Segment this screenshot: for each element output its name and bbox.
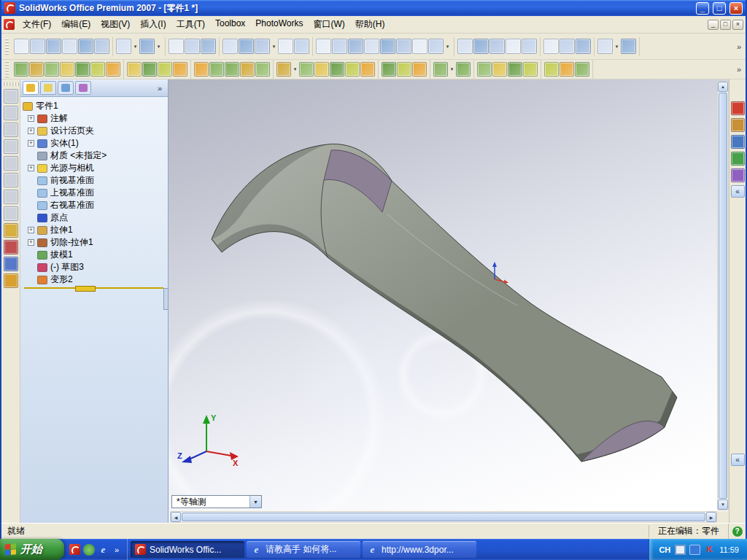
lofted-boss-icon[interactable] <box>173 62 187 77</box>
close-button[interactable]: × <box>729 2 743 15</box>
deform-icon[interactable] <box>492 62 507 77</box>
custom-properties-icon[interactable] <box>731 168 745 182</box>
draft-icon[interactable] <box>345 62 360 77</box>
rotate-view-icon[interactable] <box>380 39 395 54</box>
search-results-icon[interactable] <box>731 152 745 166</box>
featuremanager-tab[interactable] <box>23 81 39 95</box>
measure-icon[interactable] <box>4 273 18 288</box>
menu-7[interactable]: PhotoWorks <box>250 16 308 33</box>
curves-icon[interactable] <box>456 62 471 77</box>
menu-5[interactable]: 工具(T) <box>171 16 210 33</box>
panel-splitter[interactable] <box>163 288 169 310</box>
menu-9[interactable]: 帮助(H) <box>350 16 390 33</box>
linear-pattern-icon[interactable] <box>382 62 396 77</box>
select-tool-icon[interactable] <box>4 89 18 104</box>
taskbar-clock[interactable]: 11:59 <box>719 545 739 554</box>
reference-geometry-icon[interactable] <box>433 62 448 77</box>
select-icon[interactable] <box>169 39 184 54</box>
dome-icon[interactable] <box>360 62 375 77</box>
minimize-button[interactable]: _ <box>696 2 709 15</box>
standard-views-icon[interactable] <box>428 39 444 54</box>
realview-graphics-icon[interactable] <box>576 39 591 54</box>
redo-icon[interactable] <box>139 39 155 54</box>
revolved-boss-icon[interactable] <box>142 62 157 77</box>
tabs-overflow-icon[interactable]: » <box>154 82 166 95</box>
print-icon[interactable] <box>94 39 109 54</box>
lofted-cut-icon[interactable] <box>255 62 270 77</box>
chamfer-icon[interactable] <box>299 62 314 77</box>
tree-item-5[interactable]: 前视基准面 <box>23 174 168 187</box>
design-table-icon[interactable] <box>255 39 270 54</box>
indent-icon[interactable] <box>508 62 522 77</box>
front-view-icon[interactable] <box>4 106 18 120</box>
horizontal-scrollbar[interactable]: ◀ ▶ <box>170 511 717 523</box>
shadows-in-shaded-mode-icon[interactable] <box>543 39 559 54</box>
configurationmanager-tab[interactable] <box>58 81 74 95</box>
scroll-up-icon[interactable]: ▲ <box>718 82 728 92</box>
mirror-feature-icon[interactable] <box>412 62 427 77</box>
shell-icon[interactable] <box>330 62 344 77</box>
hidden-lines-removed-icon[interactable] <box>489 39 505 54</box>
dimxpert-tab[interactable] <box>75 81 91 95</box>
vertical-scrollbar[interactable]: ▲ ▼ <box>717 81 729 510</box>
tree-item-1[interactable]: +设计活页夹 <box>23 125 168 137</box>
child-close-button[interactable]: × <box>732 20 743 30</box>
view-orientation-icon[interactable] <box>597 39 613 54</box>
expand-icon[interactable]: + <box>28 128 34 134</box>
pan-icon[interactable] <box>396 39 411 54</box>
expand-icon[interactable]: + <box>28 227 34 233</box>
graphics-area[interactable]: Y X Z *等轴测 ▼ ▲ ▼ ◀ <box>169 79 729 523</box>
tree-item-8[interactable]: 原点 <box>23 211 168 224</box>
horizontal-scroll-thumb[interactable] <box>182 513 705 521</box>
child-restore-button[interactable]: □ <box>720 20 731 30</box>
collapse-task-pane-icon[interactable]: « <box>731 454 745 466</box>
restore-button[interactable]: □ <box>713 2 726 15</box>
top-view-icon[interactable] <box>4 173 18 187</box>
menu-1[interactable]: 文件(F) <box>18 16 56 33</box>
standard-views-dropdown-icon[interactable]: ▾ <box>444 39 451 54</box>
design-library-icon[interactable] <box>731 118 745 132</box>
shaded-icon[interactable] <box>522 39 537 54</box>
mold-tools-icon[interactable] <box>575 62 589 77</box>
tree-item-9[interactable]: +拉伸1 <box>23 224 168 236</box>
ime-icon[interactable] <box>689 545 700 555</box>
zoom-in-out-icon[interactable] <box>348 39 363 54</box>
extruded-cut-icon[interactable] <box>194 62 209 77</box>
left-view-icon[interactable] <box>4 139 18 154</box>
tree-item-10[interactable]: +切除-拉伸1 <box>23 236 168 249</box>
collapse-task-pane-icon[interactable]: « <box>731 185 745 198</box>
rib-icon[interactable] <box>314 62 329 77</box>
weldments-icon[interactable] <box>560 62 574 77</box>
wireframe-icon[interactable] <box>457 39 473 54</box>
solidworks-icon[interactable] <box>69 544 80 555</box>
scroll-left-icon[interactable]: ◀ <box>171 512 181 522</box>
expand-icon[interactable]: + <box>28 140 34 147</box>
texture-icon[interactable] <box>239 39 254 54</box>
fillet-icon[interactable] <box>276 62 291 77</box>
fillet-dropdown-icon[interactable]: ▾ <box>292 62 298 77</box>
menu-4[interactable]: 插入(I) <box>135 16 171 33</box>
right-view-icon[interactable] <box>4 156 18 171</box>
part-model[interactable] <box>169 79 720 511</box>
toolbar-grip[interactable] <box>5 39 9 55</box>
scroll-down-icon[interactable]: ▼ <box>718 499 728 510</box>
sketch-entity-icon[interactable] <box>4 223 18 238</box>
options-icon[interactable] <box>278 39 293 54</box>
start-button[interactable]: 开始 <box>0 539 64 560</box>
menu-8[interactable]: 窗口(W) <box>309 16 350 33</box>
child-minimize-button[interactable]: _ <box>708 20 719 30</box>
convert-entities-icon[interactable] <box>60 62 74 77</box>
reference-geometry-dropdown-icon[interactable]: ▾ <box>449 62 455 77</box>
tree-item-6[interactable]: 上视基准面 <box>23 187 168 199</box>
tree-root[interactable]: 零件1 <box>23 100 168 112</box>
offset-entities-icon[interactable] <box>75 62 90 77</box>
make-drawing-from-part-icon[interactable] <box>62 39 77 54</box>
sketch-relations-icon[interactable] <box>44 62 59 77</box>
view-orientation-combo[interactable]: *等轴测 ▼ <box>171 495 262 508</box>
smart-dimension-icon[interactable] <box>29 62 44 77</box>
scroll-right-icon[interactable]: ▶ <box>706 512 716 522</box>
menu-3[interactable]: 视图(V) <box>96 16 135 33</box>
save-icon[interactable] <box>46 39 61 54</box>
trim-entities-icon[interactable] <box>90 62 105 77</box>
undo-icon[interactable] <box>116 39 131 54</box>
